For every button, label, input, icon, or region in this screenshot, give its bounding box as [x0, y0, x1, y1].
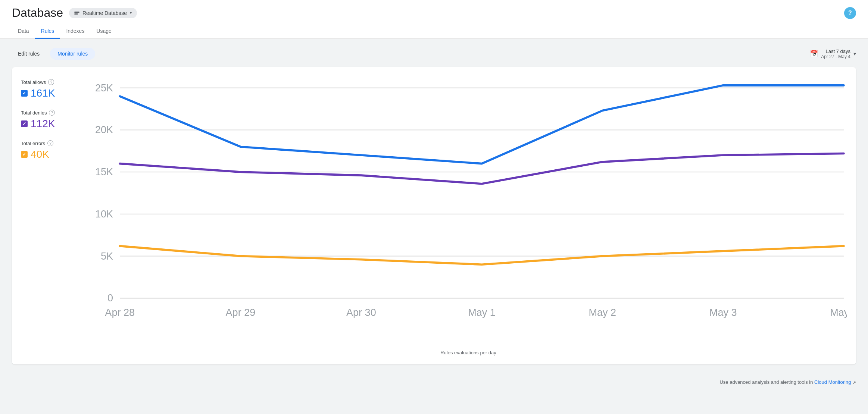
external-link-icon: ↗ — [852, 380, 856, 385]
footer-note: Use advanced analysis and alerting tools… — [0, 373, 868, 391]
svg-text:25K: 25K — [95, 82, 113, 94]
cloud-monitoring-link[interactable]: Cloud Monitoring — [814, 379, 851, 385]
legend-allows: Total allows ? 161K — [21, 79, 81, 99]
svg-text:Apr 28: Apr 28 — [105, 307, 135, 318]
svg-text:15K: 15K — [95, 166, 113, 178]
chevron-down-icon: ▾ — [853, 51, 856, 57]
svg-text:May 2: May 2 — [588, 307, 616, 318]
denies-value-row: 112K — [21, 118, 81, 130]
chart-area: 25K 20K 15K 10K 5K 0 — [90, 76, 847, 355]
svg-text:Apr 29: Apr 29 — [226, 307, 256, 318]
svg-text:May 1: May 1 — [468, 307, 496, 318]
allows-help-icon[interactable]: ? — [48, 79, 54, 85]
tab-usage[interactable]: Usage — [90, 24, 117, 39]
chart-legend: Total allows ? 161K Total denies ? — [21, 76, 81, 171]
tab-indexes[interactable]: Indexes — [60, 24, 90, 39]
legend-errors: Total errors ? 40K — [21, 140, 81, 160]
denies-checkbox[interactable] — [21, 120, 28, 127]
date-range-line1: Last 7 days — [821, 48, 850, 54]
tab-data[interactable]: Data — [12, 24, 35, 39]
allows-checkbox[interactable] — [21, 90, 28, 97]
errors-checkbox[interactable] — [21, 151, 28, 158]
chart-card: Total allows ? 161K Total denies ? — [12, 67, 856, 364]
edit-rules-button[interactable]: Edit rules — [12, 48, 46, 60]
allows-value-row: 161K — [21, 87, 81, 99]
allows-label: Total allows — [21, 79, 46, 85]
db-selector-button[interactable]: Realtime Database ▾ — [69, 8, 137, 18]
chart-svg-container: 25K 20K 15K 10K 5K 0 — [90, 76, 847, 347]
chart-svg: 25K 20K 15K 10K 5K 0 — [90, 76, 847, 345]
denies-help-icon[interactable]: ? — [49, 110, 55, 116]
database-stack-icon — [74, 12, 79, 15]
header: Database Realtime Database ▾ ? Data Rule… — [0, 0, 868, 39]
errors-value-row: 40K — [21, 148, 81, 160]
help-button[interactable]: ? — [844, 7, 856, 19]
svg-text:5K: 5K — [101, 251, 113, 262]
errors-label: Total errors — [21, 141, 45, 146]
svg-text:20K: 20K — [95, 124, 113, 135]
svg-text:Apr 30: Apr 30 — [346, 307, 376, 318]
tabs-nav: Data Rules Indexes Usage — [12, 24, 856, 38]
svg-text:May 3: May 3 — [709, 307, 737, 318]
errors-value: 40K — [31, 148, 49, 160]
footer-prefix: Use advanced analysis and alerting tools… — [719, 379, 814, 385]
calendar-icon: 📅 — [810, 50, 818, 58]
svg-text:May 4: May 4 — [830, 307, 847, 318]
denies-label: Total denies — [21, 110, 47, 116]
tab-rules[interactable]: Rules — [35, 24, 60, 39]
legend-denies: Total denies ? 112K — [21, 110, 81, 130]
svg-text:10K: 10K — [95, 208, 113, 220]
date-range-line2: Apr 27 - May 4 — [821, 54, 850, 59]
chevron-down-icon: ▾ — [130, 11, 132, 15]
allows-value: 161K — [31, 87, 55, 99]
date-range-selector[interactable]: 📅 Last 7 days Apr 27 - May 4 ▾ — [810, 48, 856, 59]
db-selector-label: Realtime Database — [82, 10, 127, 16]
monitor-rules-button[interactable]: Monitor rules — [50, 48, 95, 60]
main-content: Edit rules Monitor rules 📅 Last 7 days A… — [0, 39, 868, 373]
denies-value: 112K — [31, 118, 55, 130]
errors-help-icon[interactable]: ? — [47, 140, 53, 146]
svg-text:0: 0 — [107, 292, 113, 304]
toolbar: Edit rules Monitor rules 📅 Last 7 days A… — [12, 48, 856, 60]
page-title: Database — [12, 6, 63, 20]
chart-x-label: Rules evaluations per day — [90, 350, 847, 355]
